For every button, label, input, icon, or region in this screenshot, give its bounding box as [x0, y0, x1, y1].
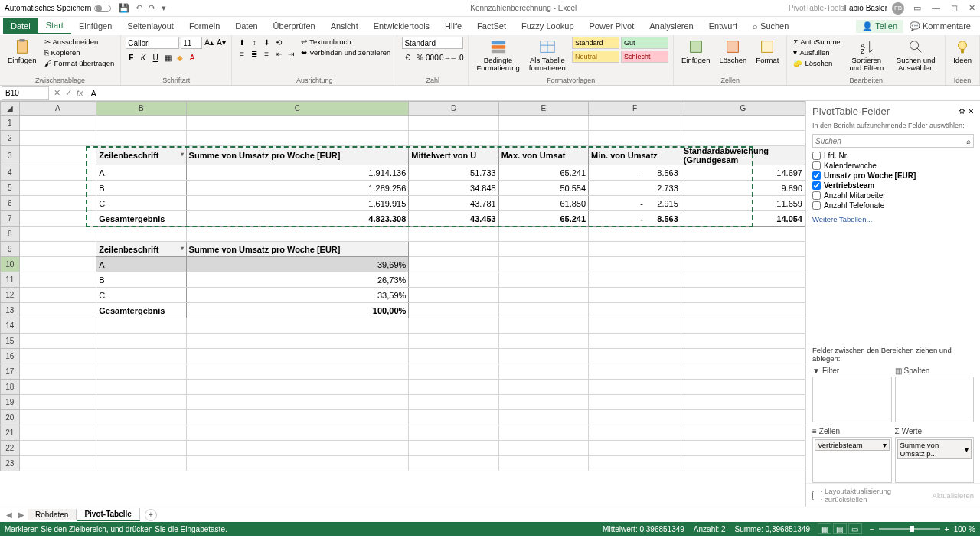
field-item[interactable]: Vertriebsteam — [812, 181, 974, 191]
col-header-F[interactable]: F — [589, 102, 681, 116]
zoom-slider[interactable] — [879, 528, 940, 530]
fx-confirm-icon[interactable]: ✓ — [65, 88, 72, 98]
italic-icon[interactable]: K — [138, 52, 149, 63]
tab-fuzzy[interactable]: Fuzzy Lookup — [514, 18, 581, 34]
fx-icon[interactable]: fx — [77, 88, 83, 98]
decrease-font-icon[interactable]: A▾ — [216, 37, 227, 47]
field-search-input[interactable] — [815, 137, 966, 145]
tab-help[interactable]: Hilfe — [437, 18, 469, 34]
format-table-button[interactable]: Als Tabelle formatieren — [526, 37, 569, 74]
field-search[interactable]: ⌕ — [812, 134, 974, 148]
tab-developer[interactable]: Entwicklertools — [366, 18, 437, 34]
border-icon[interactable]: ▦ — [162, 52, 173, 63]
thousands-icon[interactable]: 000 — [426, 52, 437, 63]
bold-icon[interactable]: F — [126, 52, 136, 63]
field-item[interactable]: Anzahl Mitarbeiter — [812, 191, 974, 201]
tab-design[interactable]: Entwurf — [701, 18, 745, 34]
number-format-select[interactable] — [402, 37, 463, 49]
col-header-A[interactable]: A — [19, 102, 96, 116]
filter-dropdown-icon[interactable]: ▾ — [181, 245, 184, 252]
add-sheet-button[interactable]: + — [145, 509, 157, 521]
sheet-nav-next[interactable]: ▶ — [15, 510, 28, 519]
ideas-button[interactable]: Ideen — [950, 37, 975, 66]
font-color-icon[interactable]: A — [187, 52, 198, 63]
col-header-G[interactable]: G — [681, 102, 805, 116]
pane-options-icon[interactable]: ⚙ — [959, 107, 965, 116]
insert-cells-button[interactable]: Einfügen — [678, 37, 714, 66]
align-middle-icon[interactable]: ↕ — [249, 37, 260, 47]
merge-button[interactable]: ⬌ Verbinden und zentrieren — [299, 47, 392, 57]
undo-icon[interactable]: ↶ — [136, 3, 142, 13]
sheet-tab-rohdaten[interactable]: Rohdaten — [28, 509, 77, 520]
tab-data[interactable]: Daten — [227, 18, 265, 34]
clear-button[interactable]: 🧽 Löschen — [792, 58, 841, 68]
tab-start[interactable]: Start — [38, 18, 71, 34]
filter-area[interactable]: ▼ Filter — [812, 365, 892, 422]
formula-bar[interactable]: A — [88, 89, 980, 98]
field-checkbox[interactable] — [812, 171, 821, 180]
delete-cells-button[interactable]: Löschen — [716, 37, 750, 66]
cell-C10[interactable]: 39,69% — [186, 257, 409, 272]
avatar[interactable]: FB — [892, 2, 904, 15]
col-header-E[interactable]: E — [498, 102, 588, 116]
maximize-icon[interactable]: ◻ — [951, 3, 958, 13]
select-all-corner[interactable]: ◢ — [1, 102, 20, 116]
more-tables-link[interactable]: Weitere Tabellen... — [806, 212, 980, 227]
view-normal-icon[interactable]: ▦ — [818, 523, 831, 534]
ribbon-options-icon[interactable]: ▭ — [913, 3, 921, 13]
percent-icon[interactable]: % — [414, 52, 425, 63]
align-top-icon[interactable]: ⬆ — [237, 37, 247, 47]
orientation-icon[interactable]: ⟲ — [273, 37, 284, 47]
save-icon[interactable]: 💾 — [119, 3, 129, 13]
cut-button[interactable]: ✂ Ausschneiden — [43, 37, 116, 47]
columns-area[interactable]: ▥ Spalten — [895, 365, 975, 422]
view-pagebreak-icon[interactable]: ▭ — [848, 523, 862, 534]
field-item[interactable]: Lfd. Nr. — [812, 151, 974, 161]
values-chip[interactable]: Summe von Umsatz p...▾ — [897, 439, 972, 459]
paste-button[interactable]: Einfügen — [5, 37, 40, 66]
col-header-D[interactable]: D — [409, 102, 498, 116]
field-checkbox[interactable] — [812, 181, 821, 190]
fx-cancel-icon[interactable]: ✕ — [54, 88, 60, 98]
col-header-B[interactable]: B — [96, 102, 186, 116]
field-checkbox[interactable] — [812, 161, 821, 170]
cond-format-button[interactable]: Bedingte Formatierung — [473, 37, 522, 74]
field-item[interactable]: Umsatz pro Woche [EUR] — [812, 171, 974, 181]
tab-pagelayout[interactable]: Seitenlayout — [119, 18, 181, 34]
chevron-down-icon[interactable]: ▾ — [965, 445, 969, 454]
sheet-nav-prev[interactable]: ◀ — [3, 510, 15, 519]
underline-icon[interactable]: U — [150, 52, 161, 63]
autosum-button[interactable]: Σ AutoSumme — [792, 37, 841, 47]
currency-icon[interactable]: € — [402, 52, 413, 63]
indent-dec-icon[interactable]: ⇤ — [273, 48, 284, 59]
font-size-select[interactable] — [181, 37, 202, 49]
filter-dropdown-icon[interactable]: ▾ — [181, 151, 184, 158]
share-button[interactable]: 👤 Teilen — [856, 20, 903, 33]
rows-chip[interactable]: Vertriebsteam▾ — [815, 439, 890, 451]
tab-analyze[interactable]: Analysieren — [642, 18, 701, 34]
align-left-icon[interactable]: ≡ — [237, 48, 247, 59]
inc-decimal-icon[interactable]: .0→ — [439, 52, 449, 63]
field-item[interactable]: Anzahl Telefonate — [812, 201, 974, 210]
indent-inc-icon[interactable]: ⇥ — [286, 48, 296, 59]
zoom-in-icon[interactable]: + — [945, 525, 949, 533]
pivot1-rowlabel-hdr[interactable]: Zeilenbeschrift▾ — [96, 146, 186, 165]
tab-powerpivot[interactable]: Power Pivot — [582, 18, 642, 34]
field-item[interactable]: Kalenderwoche — [812, 161, 974, 171]
close-icon[interactable]: ✕ — [969, 3, 975, 13]
search-box[interactable]: ⌕ Suchen — [745, 18, 796, 34]
redo-icon[interactable]: ↷ — [149, 3, 155, 13]
cell-B10[interactable]: A — [96, 257, 186, 272]
field-checkbox[interactable] — [812, 152, 821, 160]
autosave-toggle[interactable] — [94, 5, 111, 12]
pane-close-icon[interactable]: ✕ — [968, 107, 974, 116]
zoom-out-icon[interactable]: − — [870, 525, 874, 533]
wrap-text-button[interactable]: ↩ Textumbruch — [299, 37, 392, 47]
copy-button[interactable]: ⎘ Kopieren — [43, 47, 116, 57]
align-bottom-icon[interactable]: ⬇ — [261, 37, 272, 47]
tab-insert[interactable]: Einfügen — [71, 18, 119, 34]
style-neutral[interactable]: Neutral — [572, 51, 619, 63]
worksheet-grid[interactable]: ◢ A B C D E F G 1 2 3 Zeilenbeschrift▾ S… — [0, 101, 805, 471]
sheet-tab-pivot[interactable]: Pivot-Tabelle — [77, 508, 140, 521]
tab-view[interactable]: Ansicht — [323, 18, 366, 34]
